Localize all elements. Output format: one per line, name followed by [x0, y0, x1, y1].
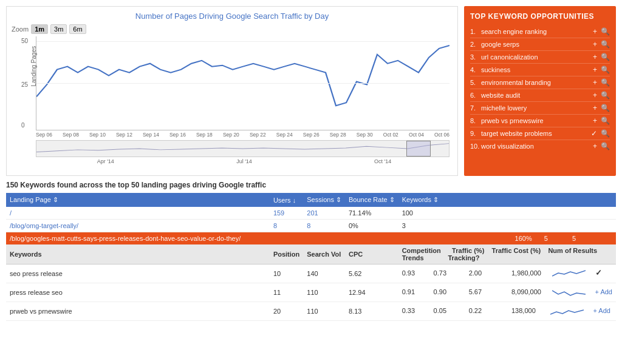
keyword-search-1[interactable]: 🔍 — [601, 27, 610, 36]
main-table: Landing Page ⇕ Users ↓ Sessions ⇕ Bounce… — [6, 193, 616, 321]
keyword-panel: TOP KEYWORD OPPORTUNITIES 1. search engi… — [464, 6, 616, 176]
mini-label-2: Jul '14 — [236, 158, 252, 164]
keyword-check-9[interactable]: ✓ — [591, 129, 597, 138]
keyword-panel-title: TOP KEYWORD OPPORTUNITIES — [470, 12, 610, 21]
dk-position-1: 10 — [270, 265, 303, 283]
keyword-item-1: 1. search engine ranking + 🔍 — [470, 25, 610, 38]
top-section: Number of Pages Driving Google Search Tr… — [6, 6, 616, 176]
keyword-item-8: 8. prweb vs prnewswire + 🔍 — [470, 115, 610, 127]
keyword-text-10: word visualization — [481, 143, 593, 150]
mini-label-1: Apr '14 — [97, 158, 114, 164]
tracking-add-3[interactable]: + Add — [593, 307, 610, 314]
mini-label-3: Oct '14 — [374, 158, 391, 164]
keyword-search-5[interactable]: 🔍 — [601, 78, 610, 87]
th-bounce-rate[interactable]: Bounce Rate ⇕ — [345, 193, 398, 207]
sessions-2: 8 — [303, 220, 345, 232]
th-keywords[interactable]: Keywords ⇕ — [398, 193, 616, 207]
dk-cpc-3: 8.13 — [345, 302, 398, 321]
zoom-controls: Zoom 1m 3m 6m — [12, 24, 453, 34]
mini-chart[interactable] — [36, 140, 449, 157]
chart-title: Number of Pages Driving Google Search Tr… — [12, 12, 453, 21]
keyword-plus-10[interactable]: + — [593, 142, 597, 150]
keyword-search-3[interactable]: 🔍 — [601, 53, 610, 61]
bounce-rate-2: 0% — [345, 220, 398, 232]
mini-chart-labels: Apr '14 Jul '14 Oct '14 — [36, 158, 453, 164]
dh-search-vol[interactable]: Search Vol — [303, 244, 345, 265]
th-landing-page[interactable]: Landing Page ⇕ — [6, 193, 270, 207]
keyword-text-2: google serps — [481, 41, 593, 48]
keyword-plus-3[interactable]: + — [593, 53, 597, 61]
x-label-9: Sep 22 — [250, 132, 266, 138]
keyword-text-4: suckiness — [481, 66, 593, 73]
keyword-plus-7[interactable]: + — [593, 104, 597, 112]
keyword-item-2: 2. google serps + 🔍 — [470, 38, 610, 51]
keywords-1: 100 — [398, 207, 616, 220]
mini-chart-selection[interactable] — [406, 141, 431, 157]
dk-cpc-1: 5.62 — [345, 265, 398, 283]
dk-rest-3: 0.33 0.05 0.22 138,000 + Add — [398, 302, 616, 321]
dh-cpc[interactable]: CPC — [345, 244, 398, 265]
keyword-actions-1: + 🔍 — [593, 27, 610, 36]
x-label-14: Oct 02 — [383, 132, 398, 138]
y-tick-25: 25 — [21, 81, 28, 88]
zoom-3m-button[interactable]: 3m — [50, 24, 67, 34]
x-label-6: Sep 16 — [169, 132, 186, 138]
x-label-12: Sep 28 — [330, 132, 346, 138]
keyword-text-3: url canonicalization — [481, 53, 593, 61]
detail-row-2: press release seo 11 110 12.94 0.91 0.90… — [6, 283, 616, 302]
dk-rest-2: 0.91 0.90 5.67 8,090,000 + Add — [398, 283, 616, 302]
zoom-1m-button[interactable]: 1m — [31, 24, 48, 34]
zoom-label: Zoom — [12, 25, 29, 33]
keyword-plus-5[interactable]: + — [593, 78, 597, 87]
keyword-num-1: 1. — [470, 28, 481, 35]
landing-row-2[interactable]: /blog/omg-target-really/ 8 8 0% 3 — [6, 220, 616, 232]
keyword-search-6[interactable]: 🔍 — [601, 91, 610, 99]
keyword-plus-8[interactable]: + — [593, 116, 597, 125]
landing-row-1[interactable]: / 159 201 71.14% 100 — [6, 207, 616, 220]
dk-cpc-2: 12.94 — [345, 283, 398, 302]
landing-page-1[interactable]: / — [6, 207, 270, 220]
tracking-check-1: ✓ — [595, 268, 602, 277]
x-label-3: Sep 10 — [89, 132, 106, 138]
dh-position[interactable]: Position — [270, 244, 303, 265]
bounce-rate-1: 71.14% — [345, 207, 398, 220]
dh-competition: Competition Traffic (%) Traffic Cost (%)… — [398, 244, 616, 265]
keywords-3: 16 — [515, 235, 522, 242]
dk-rest-1: 0.93 0.73 2.00 1,980,000 ✓ — [398, 265, 616, 283]
keyword-search-7[interactable]: 🔍 — [601, 104, 610, 112]
th-sessions[interactable]: Sessions ⇕ — [303, 193, 345, 207]
landing-row-3-expanded[interactable]: /blog/googles-matt-cutts-says-press-rele… — [6, 232, 616, 245]
keywords-2: 3 — [398, 220, 616, 232]
zoom-6m-button[interactable]: 6m — [69, 24, 86, 34]
trend-sparkline-1 — [552, 267, 586, 280]
summary-text: 150 Keywords found across the top 50 lan… — [6, 181, 616, 189]
keyword-plus-2[interactable]: + — [593, 40, 597, 49]
trend-sparkline-3 — [550, 305, 584, 318]
keyword-item-5: 5. environmental branding + 🔍 — [470, 76, 610, 89]
landing-page-3-expanded[interactable]: /blog/googles-matt-cutts-says-press-rele… — [6, 232, 616, 245]
tracking-add-2[interactable]: + Add — [595, 288, 612, 295]
landing-page-2[interactable]: /blog/omg-target-really/ — [6, 220, 270, 232]
x-axis-labels: Sep 06 Sep 08 Sep 10 Sep 12 Sep 14 Sep 1… — [36, 132, 449, 138]
keyword-search-10[interactable]: 🔍 — [601, 142, 610, 150]
keyword-list: 1. search engine ranking + 🔍 2. google s… — [470, 25, 610, 152]
chart-area: Landing Pages 50 25 0 — [36, 36, 449, 130]
mini-chart-svg — [36, 141, 449, 157]
x-label-16: Oct 06 — [434, 132, 449, 138]
sessions-1: 201 — [303, 207, 345, 220]
keyword-search-2[interactable]: 🔍 — [601, 40, 610, 49]
keyword-plus-1[interactable]: + — [593, 27, 597, 36]
keyword-search-4[interactable]: 🔍 — [601, 66, 610, 74]
x-label-4: Sep 12 — [116, 132, 132, 138]
keyword-search-9[interactable]: 🔍 — [601, 129, 610, 138]
y-tick-50: 50 — [21, 38, 28, 44]
keyword-plus-4[interactable]: + — [593, 66, 597, 74]
keyword-search-8[interactable]: 🔍 — [601, 116, 610, 125]
dk-position-3: 20 — [270, 302, 303, 321]
keyword-plus-6[interactable]: + — [593, 91, 597, 99]
x-label-10: Sep 24 — [276, 132, 293, 138]
keyword-text-8: prweb vs prnewswire — [481, 117, 593, 124]
dh-keyword[interactable]: Keywords — [6, 244, 270, 265]
th-users[interactable]: Users ↓ — [270, 193, 303, 207]
grid-line-top — [36, 41, 449, 42]
